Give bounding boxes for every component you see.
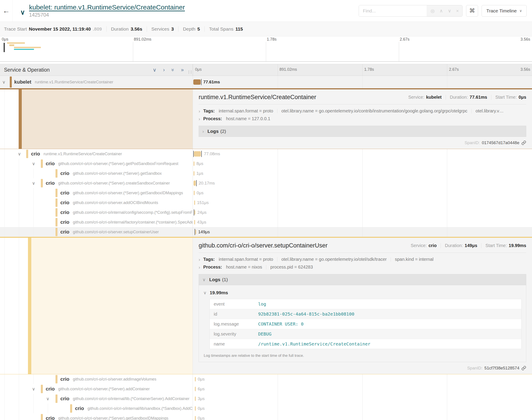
prev-match-icon[interactable]: ∧ bbox=[439, 8, 443, 14]
trace-title-link[interactable]: kubelet: runtime.v1.RuntimeService/Creat… bbox=[29, 3, 185, 11]
duration-label: Duration bbox=[111, 26, 128, 32]
span-operation: github.com/cri-o/cri-o/internal/factory/… bbox=[73, 220, 193, 225]
process-accordion[interactable]: › Process: host.name = 127.0.0.1 bbox=[193, 115, 532, 123]
column-resizer-grip[interactable] bbox=[189, 70, 191, 74]
back-button[interactable]: ← bbox=[0, 0, 13, 21]
span-timeline-cell[interactable]: 77.08ms bbox=[193, 149, 532, 159]
span-row-addimagevolumes[interactable]: crio github.com/cri-o/cri-o/server.addIm… bbox=[0, 374, 532, 384]
span-bar[interactable] bbox=[194, 171, 194, 176]
span-row-seccomp-setupfromfield[interactable]: crio github.com/cri-o/cri-o/internal/con… bbox=[0, 208, 532, 217]
span-bar[interactable] bbox=[195, 406, 196, 411]
tag-item: otel.library.name = go.opentelemetry.io/… bbox=[282, 257, 387, 262]
span-bar[interactable] bbox=[194, 191, 195, 195]
span-timeline-cell[interactable]: 0μs bbox=[193, 413, 532, 420]
span-timeline-cell[interactable]: 0μs bbox=[193, 374, 532, 384]
focus-match-icon[interactable]: ◎ bbox=[431, 8, 435, 14]
span-bar[interactable] bbox=[194, 200, 195, 205]
span-row-addcontainer[interactable]: ∨ crio github.com/cri-o/cri-o/server.(*S… bbox=[0, 384, 532, 394]
span-bar[interactable] bbox=[194, 220, 195, 225]
span-duration: 6μs bbox=[198, 387, 205, 391]
span-row-specaddannotations[interactable]: crio github.com/cri-o/cri-o/internal/fac… bbox=[0, 217, 532, 227]
trace-start-value: November 15 2022, 11:19:40 bbox=[29, 26, 91, 32]
chevron-down-icon[interactable]: ∨ bbox=[32, 387, 35, 391]
span-row-lib-addcontainer[interactable]: ∨ crio github.com/cri-o/cri-o/internal/l… bbox=[0, 394, 532, 404]
expand-all-icon[interactable]: » bbox=[181, 67, 184, 73]
span-row-setupcontaineruser[interactable]: crio github.com/cri-o/cri-o/server.setup… bbox=[0, 227, 532, 237]
chevron-down-icon[interactable]: ∨ bbox=[32, 162, 35, 166]
span-row-sandbox-addcontainer[interactable]: crio github.com/cri-o/cri-o/internal/lib… bbox=[0, 404, 532, 413]
span-operation: github.com/cri-o/cri-o/internal/lib.(*Co… bbox=[73, 396, 189, 401]
start-time-value: 19.99ms bbox=[509, 243, 526, 248]
minimap-tick: 1.78s bbox=[267, 37, 277, 42]
find-input[interactable] bbox=[359, 5, 427, 16]
span-bar[interactable] bbox=[195, 396, 196, 401]
view-selector-button[interactable]: Trace Timeline ∨ bbox=[482, 5, 527, 17]
link-icon[interactable] bbox=[521, 140, 526, 145]
span-service: crio bbox=[46, 386, 55, 392]
logs-accordion-collapsed[interactable]: › Logs (2) bbox=[199, 126, 526, 137]
next-match-icon[interactable]: ∨ bbox=[448, 8, 451, 14]
detail-span-meta: Service:crio Duration:149μs Start Time:1… bbox=[411, 243, 526, 248]
span-timeline-cell[interactable]: 0μs bbox=[193, 404, 532, 413]
service-color-bar bbox=[55, 394, 58, 403]
span-row-getsandboxidmappings[interactable]: crio github.com/cri-o/cri-o/server.(*Ser… bbox=[0, 188, 532, 198]
start-time-label: Start Time: bbox=[495, 95, 517, 100]
span-timeline-cell[interactable]: 151μs bbox=[193, 198, 532, 208]
chevron-down-icon[interactable]: ∨ bbox=[46, 396, 49, 401]
span-bar[interactable] bbox=[194, 180, 196, 186]
span-bar[interactable] bbox=[194, 162, 194, 166]
span-timeline-cell[interactable]: 149μs bbox=[193, 227, 532, 237]
span-timeline-cell[interactable]: 6μs bbox=[193, 384, 532, 394]
span-row-addocibindmounts[interactable]: crio github.com/cri-o/cri-o/server.addOC… bbox=[0, 198, 532, 208]
process-accordion[interactable]: › Process: host.name = nixos process.pid… bbox=[193, 263, 532, 271]
span-timeline-cell[interactable]: 24μs bbox=[193, 208, 532, 217]
start-time-value: 0μs bbox=[519, 95, 526, 100]
clear-find-icon[interactable]: × bbox=[456, 8, 459, 14]
span-bar[interactable] bbox=[195, 377, 196, 381]
chevron-down-icon[interactable]: ∨ bbox=[18, 152, 21, 156]
tags-accordion[interactable]: › Tags: internal.span.format = proto ote… bbox=[193, 255, 532, 263]
span-row-createsandboxcontainer[interactable]: ∨ crio github.com/cri-o/cri-o/server.(*S… bbox=[0, 178, 532, 188]
span-bar[interactable] bbox=[195, 387, 196, 391]
span-timeline-cell[interactable]: 3μs bbox=[193, 394, 532, 404]
span-bar[interactable] bbox=[195, 230, 196, 234]
log-field-value: 92b82381-025c-4a64-815c-ba2e1bb08100 bbox=[258, 311, 354, 317]
span-bar[interactable] bbox=[194, 151, 201, 157]
minimap-scrubber-handle[interactable] bbox=[3, 43, 5, 52]
span-timeline-cell[interactable]: 43μs bbox=[193, 217, 532, 227]
span-bar[interactable] bbox=[193, 79, 201, 85]
expand-one-icon[interactable]: › bbox=[163, 67, 165, 73]
span-timeline-cell[interactable]: 20.17ms bbox=[193, 178, 532, 188]
logs-accordion-expanded[interactable]: ∨ Logs (1) bbox=[199, 274, 526, 285]
span-operation: github.com/cri-o/cri-o/internal/lib/sand… bbox=[87, 406, 193, 411]
span-service: crio bbox=[46, 180, 55, 186]
span-service: kubelet bbox=[14, 79, 31, 85]
minimap-canvas[interactable] bbox=[0, 42, 532, 62]
log-field-row: event log bbox=[210, 299, 521, 309]
detail-span-title: runtime.v1.RuntimeService/CreateContaine… bbox=[199, 94, 408, 101]
span-bar[interactable] bbox=[194, 210, 195, 215]
span-bar[interactable] bbox=[195, 416, 196, 420]
service-label: Service: bbox=[408, 95, 424, 100]
span-row-getpodsandboxfromrequest[interactable]: ∨ crio github.com/cri-o/cri-o/server.(*S… bbox=[0, 159, 532, 168]
tag-item: otel.library.v… bbox=[476, 108, 504, 114]
collapse-trace-chevron-icon[interactable]: ∨ bbox=[20, 8, 25, 16]
span-row-crio-createcontainer[interactable]: ∨ crio runtime.v1.RuntimeService/CreateC… bbox=[0, 149, 532, 159]
chevron-down-icon[interactable]: ∨ bbox=[32, 181, 35, 185]
span-timeline-cell[interactable]: 1μs bbox=[193, 168, 532, 178]
detail-span-meta: Service:kubelet Duration:77.61ms Start T… bbox=[408, 95, 526, 100]
span-timeline-cell[interactable]: 0μs bbox=[193, 188, 532, 198]
log-entry-toggle[interactable]: ∨ 19.99ms bbox=[203, 290, 522, 295]
span-row-kubelet-createcontainer[interactable]: ∨ kubelet runtime.v1.RuntimeService/Crea… bbox=[0, 76, 532, 88]
link-icon[interactable] bbox=[521, 366, 526, 371]
span-timeline-cell[interactable]: 77.61ms bbox=[193, 76, 532, 88]
keyboard-shortcuts-button[interactable]: ⌘ bbox=[466, 5, 478, 17]
tags-accordion[interactable]: › Tags: internal.span.format = proto ote… bbox=[193, 107, 532, 115]
chevron-down-icon[interactable]: ∨ bbox=[2, 80, 6, 84]
span-row-getsandboxidmappings-2[interactable]: crio github.com/cri-o/cri-o/server.(*Ser… bbox=[0, 413, 532, 420]
span-row-getsandbox[interactable]: crio github.com/cri-o/cri-o/server.(*Ser… bbox=[0, 168, 532, 178]
collapse-one-icon[interactable]: ∨ bbox=[153, 67, 156, 73]
span-timeline-cell[interactable]: 8μs bbox=[193, 159, 532, 168]
collapse-all-icon[interactable]: » bbox=[170, 69, 175, 71]
span-service: crio bbox=[46, 415, 55, 420]
